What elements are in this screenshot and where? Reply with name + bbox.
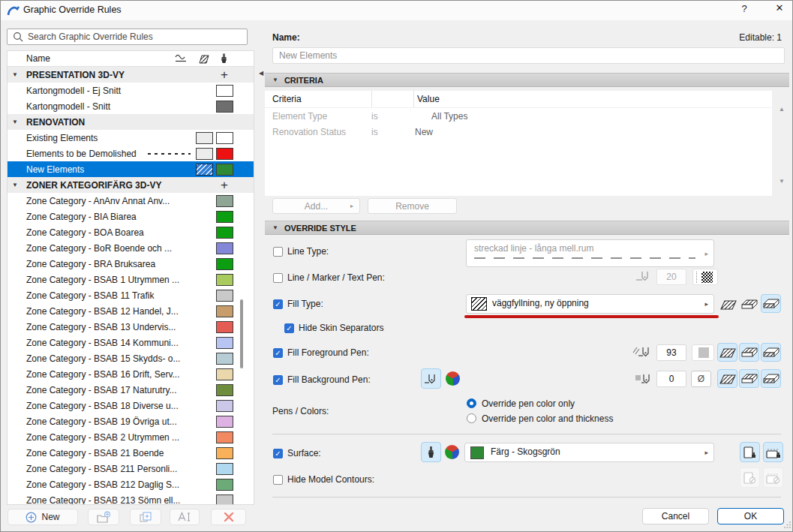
rename-rule-button[interactable] [170,509,200,525]
close-button[interactable]: ✕ [770,2,788,17]
drafting-fill-toggle[interactable] [761,343,781,362]
fill-background-pen-checkbox[interactable]: ✓ [273,375,283,385]
rule-row[interactable]: Elements to be Demolished [8,146,254,161]
fill-type-checkbox[interactable]: ✓ [273,299,283,309]
cover-fill-toggle[interactable] [739,369,759,388]
override-pen-color-only-radio[interactable] [467,398,476,408]
line-pen-checkbox[interactable] [273,273,283,283]
expand-triangle-icon[interactable]: ▼ [12,182,21,188]
fill-foreground-pen-checkbox[interactable]: ✓ [273,348,283,358]
rule-row[interactable]: Zone Category - BSAB 15 Skydds- o... [8,350,254,366]
hide-skin-separators-checkbox[interactable]: ✓ [284,323,294,333]
rule-row[interactable]: Zone Category - BSAB 11 Trafik [8,287,254,303]
rule-row[interactable]: Zone Category - BSAB 16 Drift, Serv... [8,366,254,382]
rule-name-input[interactable]: New Elements [272,47,785,64]
duplicate-rule-button[interactable] [130,509,161,525]
line-type-checkbox[interactable] [273,247,283,257]
cut-fill-toggle[interactable] [717,343,737,362]
delete-rule-button[interactable] [211,509,246,525]
criteria-column-header[interactable]: Criteria [265,91,372,107]
rule-row[interactable]: Zone Category - BSAB 14 Kommuni... [8,335,254,350]
rule-row[interactable]: Kartongmodell - Ej Snitt [8,83,254,98]
fill-foreground-color-swatch[interactable] [692,344,714,361]
override-style-section-header[interactable]: ▼ OVERRIDE STYLE [265,221,789,235]
rule-row[interactable]: Kartongmodell - Snitt [8,98,254,114]
fill-background-pen-field[interactable]: 0 [656,371,686,387]
rule-row[interactable]: Zone Category - BSAB 213 Sömn ell... [8,492,254,505]
name-column-header[interactable]: Name [26,53,50,64]
override-pen-color-thickness-radio[interactable] [467,413,476,423]
surface-checkbox[interactable]: ✓ [273,449,283,458]
rule-label: Zone Category - BSAB 12 Handel, J... [26,306,179,317]
add-rule-icon[interactable]: + [221,70,228,80]
expand-triangle-icon[interactable]: ▼ [12,119,21,125]
rule-label: Existing Elements [26,133,98,143]
add-rule-icon[interactable]: + [221,180,228,191]
rule-row[interactable]: Zone Category - BSAB 13 Undervis... [8,319,254,335]
rule-group-row[interactable]: ▼ZONER KATEGORIFÄRG 3D-VY+ [8,177,254,193]
rule-row[interactable]: Zone Category - BoR Boende och ... [8,240,254,256]
background-pen-button[interactable] [421,368,441,389]
rule-row[interactable]: Zone Category - BSAB 211 Personli... [8,461,254,476]
paint-cut-surface-toggle[interactable] [740,442,760,462]
remove-criteria-button[interactable]: Remove [368,198,457,214]
add-criteria-button[interactable]: Add... ▸ [272,198,360,214]
rule-row[interactable]: Zone Category - BSAB 21 Boende [8,445,254,461]
hide-model-contours-checkbox[interactable] [273,475,283,485]
line-type-combo[interactable]: streckad linje - långa mell.rum ▸ [466,239,714,267]
collapse-triangle-icon[interactable]: ▼ [272,224,278,231]
new-folder-button[interactable] [88,509,119,525]
line-pen-number-field[interactable]: 20 [656,269,686,285]
rule-row[interactable]: New Elements [8,161,254,177]
rule-row[interactable]: Zone Category - BSAB 1 Utrymmen ... [8,272,254,287]
drafting-fill-toggle[interactable] [761,369,781,388]
transparent-pen-button[interactable]: Ø [691,371,711,387]
rule-row[interactable]: Zone Category - BIA Biarea [8,209,254,224]
criteria-section-header[interactable]: ▼ CRITERIA [265,73,789,87]
scroll-up-icon[interactable]: ▲ [776,106,787,113]
line-pen-color-swatch[interactable] [692,269,718,285]
rule-group-row[interactable]: ▼RENOVATION [8,114,254,130]
fill-foreground-pen-field[interactable]: 93 [656,344,686,361]
override-pen-color-thickness-label[interactable]: Override pen color and thickness [482,413,613,424]
rule-row[interactable]: Zone Category - AnAnv Annat Anv... [8,193,254,209]
rule-row[interactable]: Zone Category - BSAB 19 Övriga ut... [8,413,254,429]
scroll-down-icon[interactable]: ▼ [776,178,787,185]
fill-type-combo[interactable]: väggfyllning, ny öppning ▸ [466,294,714,314]
cancel-button[interactable]: Cancel [642,508,709,524]
override-pen-color-only-label[interactable]: Override pen color only [482,398,575,409]
cut-fill-toggle[interactable] [718,295,738,314]
rule-row[interactable]: Zone Category - BSAB 18 Diverse u... [8,398,254,413]
value-column-header[interactable]: Value [414,94,440,104]
search-input[interactable]: Search Graphic Override Rules [7,29,248,45]
resize-grip[interactable] [783,521,791,529]
rule-row[interactable]: Zone Category - BSAB 12 Handel, J... [8,303,254,319]
rule-group-row[interactable]: ▼PRESENTATION 3D-VY+ [8,67,254,83]
rule-row[interactable]: Zone Category - BSAB 17 Naturutry... [8,382,254,398]
cut-fill-toggle[interactable] [717,369,737,388]
ok-button[interactable]: OK [717,508,784,524]
new-rule-button[interactable]: New [8,509,78,525]
criteria-row[interactable]: Renovation StatusisNew [265,124,772,140]
rule-row[interactable]: Zone Category - BSAB 2 Utrymmen ... [8,429,254,445]
collapse-panel-icon[interactable]: ◀ [259,70,263,77]
collapse-triangle-icon[interactable]: ▼ [272,77,278,83]
rule-row[interactable]: Zone Category - BOA Boarea [8,224,254,240]
help-button[interactable]: ? [737,3,751,17]
drafting-fill-toggle[interactable] [761,294,781,313]
pen-icon [635,269,653,282]
color-swatch [216,290,233,302]
surface-brush-button[interactable] [421,442,441,462]
cover-fill-toggle[interactable] [739,343,759,362]
background-color-wheel-icon[interactable] [446,371,460,386]
criteria-row[interactable]: Element TypeisAll Types [265,108,772,124]
surface-color-wheel-icon[interactable] [445,445,459,459]
expand-triangle-icon[interactable]: ▼ [12,71,21,78]
cover-fill-toggle[interactable] [739,295,759,314]
list-scrollbar-thumb[interactable] [240,299,243,368]
rule-row[interactable]: Zone Category - BRA Bruksarea [8,256,254,272]
rule-row[interactable]: Zone Category - BSAB 212 Daglig S... [8,476,254,492]
paint-all-surfaces-toggle[interactable] [763,442,783,462]
surface-combo[interactable]: Färg - Skogsgrön ▸ [464,443,714,462]
rule-row[interactable]: Existing Elements [8,130,254,146]
